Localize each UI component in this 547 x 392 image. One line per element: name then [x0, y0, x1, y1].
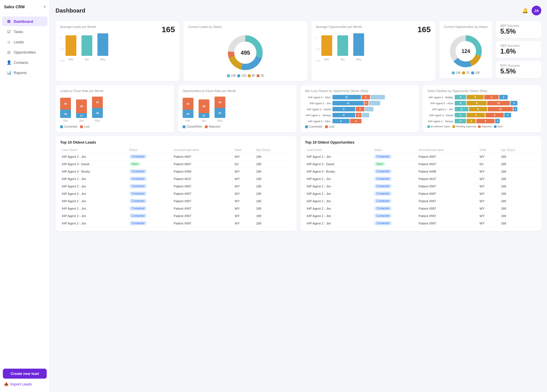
- cell-status: Contacted: [128, 183, 172, 190]
- cell-account: Patient #997: [417, 153, 478, 160]
- table-row[interactable]: IHP Agent 2 - Jim Contacted Patient #997…: [305, 197, 537, 205]
- table-row[interactable]: IHP Agent 4 - Booby Contacted Patient #4…: [305, 168, 537, 175]
- charts-row2: Leads to Close Rate per Month 29 42 Mar …: [56, 85, 541, 132]
- import-leads-button[interactable]: 📥 Import Leads: [3, 381, 47, 387]
- col-age: Age (Days): [254, 147, 292, 153]
- table-row[interactable]: IHP Agent 3 - David Open Patient #607 NJ…: [60, 160, 292, 168]
- notification-icon[interactable]: 🔔: [522, 7, 528, 14]
- sidebar-item-label: Tasks: [14, 30, 23, 34]
- table-row[interactable]: IHP Agent 2 - Jim Contacted Patient #997…: [60, 205, 292, 212]
- y-axis-opps: 200 100 0: [316, 36, 320, 62]
- cell-state: WY: [478, 220, 499, 227]
- wl-row-1: IHP Agent 2 - Jim 11 1: [305, 101, 415, 105]
- cell-state: WY: [478, 197, 499, 205]
- cell-age: 189: [254, 175, 292, 183]
- leads-close-title: Leads to Close Rate per Month: [60, 89, 170, 93]
- cell-state: WY: [233, 153, 254, 160]
- bar-mar: [66, 35, 76, 56]
- table-row[interactable]: IHP Agent 3 - David Open Patient #607 NJ…: [305, 160, 537, 168]
- opps-close-mar: 29 42 Mar: [183, 98, 193, 122]
- sidebar-actions: Create new lead 📥 Import Leads: [0, 365, 50, 387]
- avatar[interactable]: JA: [532, 6, 541, 15]
- table-row[interactable]: IHP Agent 2 - Jim Contacted Patient #997…: [305, 190, 537, 197]
- avg-opps-chart: 200 100 0 Mar Apr: [316, 36, 431, 62]
- cell-owner: IHP Agent 2 - Jim: [60, 190, 128, 197]
- current-leads-status-card: Current Leads by Status 495: [183, 21, 307, 81]
- cell-owner: IHP Agent 2 - Jim: [305, 212, 373, 220]
- cell-age: 189: [499, 168, 537, 175]
- cell-account: Patient #997: [172, 220, 233, 227]
- sidebar-item-tasks[interactable]: ☑ Tasks: [2, 27, 47, 36]
- sidebar-item-opportunities[interactable]: ◎ Opportunities: [2, 47, 47, 57]
- cell-state: WY: [233, 175, 254, 183]
- cell-account: Patient #997: [417, 220, 478, 227]
- cell-owner: IHP Agent 2 - Jim: [60, 205, 128, 212]
- cell-status: Contacted: [372, 190, 417, 197]
- col-account: Account/Lead name: [172, 147, 233, 153]
- table-row[interactable]: IHP Agent 2 - Jim Contacted Patient #997…: [60, 197, 292, 205]
- cell-age: 189: [254, 168, 292, 175]
- opps-bar-may: May: [353, 33, 364, 61]
- cell-state: WY: [478, 205, 499, 212]
- pipeline-title: Sales Pipeline by Opportunity Owner (Rep…: [427, 89, 537, 93]
- reports-icon: 📊: [6, 70, 11, 75]
- opps-bar-apr: Apr: [337, 35, 348, 61]
- table-row[interactable]: IHP Agent 2 - Jim Contacted Patient #997…: [60, 220, 292, 227]
- table-row[interactable]: IHP Agent 2 - Jim Contacted Patient #637…: [60, 175, 292, 183]
- cell-owner: IHP Agent 4 - Booby: [60, 168, 128, 175]
- win-loss-card: Win Loss Report by Opportunity Owner (Re…: [301, 85, 419, 132]
- sidebar-item-dashboard[interactable]: ⊞ Dashboard: [2, 17, 47, 26]
- table-row[interactable]: IHP Agent 2 - Jim Contacted Patient #997…: [305, 153, 537, 160]
- cell-age: 189: [499, 153, 537, 160]
- cell-status: Contacted: [372, 153, 417, 160]
- opps-donut-value: 124: [462, 48, 470, 54]
- sidebar-item-reports[interactable]: 📊 Reports: [2, 68, 47, 77]
- sidebar-item-contacts[interactable]: 👤 Contacts: [2, 58, 47, 67]
- leads-close-mar: 29 42 Mar: [60, 98, 71, 122]
- cell-owner: IHP Agent 2 - Jim: [60, 197, 128, 205]
- cell-age: 189: [499, 212, 537, 220]
- wl-row-3: IHP Agent 1 - Teresa 8 2: [305, 113, 415, 117]
- avg-leads-chart: 200 100 0 Mar Apr: [60, 36, 175, 62]
- sidebar-item-leads[interactable]: ☺ Leads: [2, 37, 47, 47]
- cell-age: 189: [499, 197, 537, 205]
- opps-donut-legend: 148 70 100: [444, 71, 488, 74]
- main-content: Dashboard 🔔 JA Average Leads per Month 1…: [50, 0, 547, 392]
- table-row[interactable]: IHP Agent 2 - Jim Contacted Patient #997…: [305, 212, 537, 220]
- cell-age: 189: [499, 160, 537, 168]
- leads-close-apr: 17 48 Apr: [76, 99, 87, 122]
- col-status: Status: [372, 147, 417, 153]
- col-state: State: [233, 147, 254, 153]
- table-row[interactable]: IHP Agent 2 - Jim Contacted Patient #997…: [305, 183, 537, 190]
- cell-owner: IHP Agent 2 - Jim: [60, 175, 128, 183]
- cell-state: WY: [233, 183, 254, 190]
- table-row[interactable]: IHP Agent 2 - Jim Contacted Patient #997…: [60, 183, 292, 190]
- cell-state: WY: [233, 197, 254, 205]
- cell-owner: IHP Agent 4 - Booby: [305, 168, 373, 175]
- oldest-leads-title: Top 10 Oldest Leads: [60, 140, 292, 144]
- pipeline-row-1: IHP Agent 5 - Alice 5 9 10 3: [427, 101, 537, 105]
- create-new-lead-button[interactable]: Create new lead: [3, 369, 47, 379]
- opportunities-icon: ◎: [6, 50, 11, 54]
- table-row[interactable]: IHP Agent 2 - Jim Contacted Patient #997…: [305, 205, 537, 212]
- sidebar-brand[interactable]: Sales CRM ▾: [0, 5, 50, 14]
- cell-owner: IHP Agent 2 - Jim: [305, 190, 373, 197]
- table-row[interactable]: IHP Agent 4 - Booby Contacted Patient #4…: [60, 168, 292, 175]
- table-row[interactable]: IHP Agent 2 - Jim Contacted Patient #637…: [305, 175, 537, 183]
- cell-owner: IHP Agent 2 - Jim: [305, 205, 373, 212]
- table-row[interactable]: IHP Agent 2 - Jim Contacted Patient #997…: [60, 153, 292, 160]
- cell-state: NJ: [233, 160, 254, 168]
- table-row[interactable]: IHP Agent 2 - Jim Contacted Patient #997…: [60, 190, 292, 197]
- cell-status: Contacted: [372, 212, 417, 220]
- table-row[interactable]: IHP Agent 2 - Jim Contacted Patient #997…: [60, 212, 292, 220]
- cell-owner: IHP Agent 2 - Jim: [305, 175, 373, 183]
- opps-close-legend: Closed/Won Rejected: [183, 125, 292, 128]
- sidebar-item-label: Opportunities: [14, 50, 36, 54]
- col-age: Age (Days): [499, 147, 537, 153]
- oldest-opps-table: Lead Owner Status Account/Lead name Stat…: [305, 147, 537, 227]
- cell-age: 189: [254, 197, 292, 205]
- tables-row: Top 10 Oldest Leads Lead Owner Status Ac…: [56, 136, 541, 231]
- col-lead-owner: Lead Owner: [60, 147, 128, 153]
- table-row[interactable]: IHP Agent 2 - Jim Contacted Patient #997…: [305, 220, 537, 227]
- cell-status: Contacted: [372, 183, 417, 190]
